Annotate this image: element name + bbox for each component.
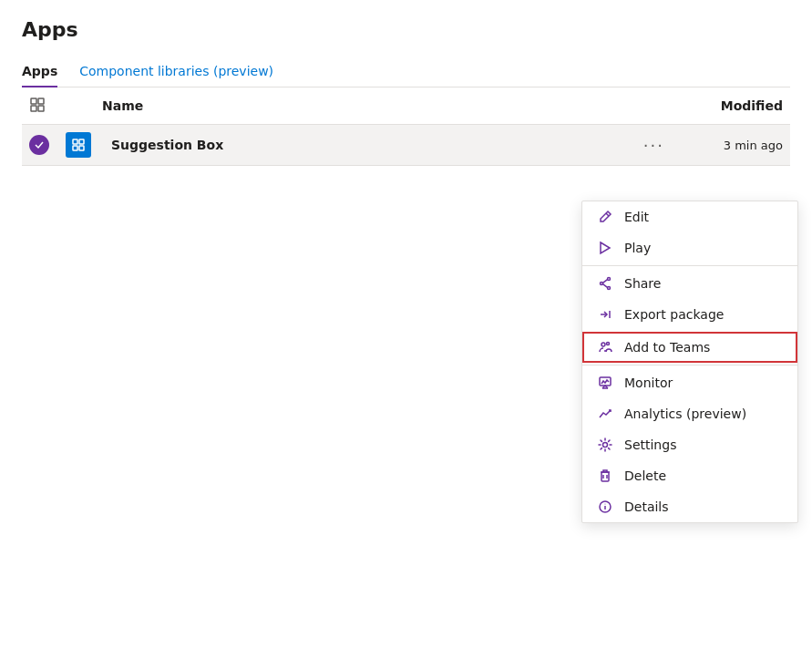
svg-point-15 (601, 343, 605, 346)
menu-item-settings[interactable]: Settings (582, 429, 797, 460)
svg-point-26 (605, 504, 606, 505)
export-icon (597, 306, 613, 323)
check-circle (29, 135, 49, 155)
svg-point-20 (603, 443, 608, 448)
tab-component-libraries[interactable]: Component libraries (preview) (79, 57, 273, 87)
menu-monitor-label: Monitor (624, 376, 673, 390)
app-icon-box (66, 132, 91, 158)
menu-add-to-teams-label: Add to Teams (624, 340, 710, 355)
svg-rect-7 (79, 146, 84, 150)
table-header: Name Modified (22, 87, 790, 125)
menu-play-label: Play (624, 241, 651, 255)
svg-point-9 (608, 278, 611, 281)
menu-item-details[interactable]: Details (582, 491, 797, 522)
menu-item-export[interactable]: Export package (582, 299, 797, 330)
tabs-bar: Apps Component libraries (preview) (22, 56, 790, 87)
menu-item-monitor[interactable]: Monitor (582, 367, 797, 398)
svg-rect-6 (73, 146, 77, 150)
context-menu: Edit Play Share (581, 201, 798, 523)
svg-rect-1 (38, 98, 44, 104)
header-name-col: Name (102, 98, 619, 113)
svg-line-13 (603, 284, 608, 288)
menu-export-label: Export package (624, 307, 724, 322)
menu-item-delete[interactable]: Delete (582, 460, 797, 491)
details-icon (597, 499, 613, 515)
svg-point-11 (601, 283, 603, 285)
svg-rect-2 (31, 106, 36, 111)
svg-rect-5 (79, 139, 84, 144)
analytics-icon (597, 406, 613, 422)
row-checkbox[interactable] (29, 135, 66, 155)
menu-settings-label: Settings (624, 437, 676, 452)
share-icon (597, 275, 613, 292)
svg-point-10 (608, 287, 611, 290)
header-modified-col: Modified (619, 98, 783, 113)
grid-icon (29, 97, 46, 113)
monitor-icon (597, 375, 613, 391)
delete-icon (597, 468, 613, 484)
header-checkbox-col (29, 97, 66, 115)
apps-table: Name Modified (22, 87, 790, 166)
page-title: Apps (22, 18, 790, 41)
svg-rect-4 (73, 139, 77, 144)
menu-share-label: Share (624, 276, 661, 291)
tab-apps[interactable]: Apps (22, 57, 57, 87)
modified-time: 3 min ago (673, 139, 783, 152)
menu-item-play[interactable]: Play (582, 232, 797, 263)
svg-line-12 (603, 280, 608, 283)
context-menu-trigger[interactable]: ··· (634, 136, 673, 155)
svg-rect-3 (38, 106, 44, 111)
teams-icon (597, 339, 613, 355)
settings-icon (597, 437, 613, 453)
menu-item-analytics[interactable]: Analytics (preview) (582, 398, 797, 429)
menu-delete-label: Delete (624, 468, 666, 483)
svg-rect-0 (31, 98, 36, 104)
menu-item-share[interactable]: Share (582, 268, 797, 299)
app-name: Suggestion Box (102, 138, 634, 152)
app-icon (66, 132, 102, 158)
menu-details-label: Details (624, 499, 669, 514)
menu-item-edit[interactable]: Edit (582, 201, 797, 232)
menu-divider-2 (582, 365, 797, 365)
menu-analytics-label: Analytics (preview) (624, 407, 746, 421)
play-icon (597, 240, 613, 256)
svg-point-16 (607, 343, 610, 345)
table-row[interactable]: Suggestion Box ··· 3 min ago (22, 125, 790, 166)
svg-marker-8 (601, 242, 610, 253)
menu-edit-label: Edit (624, 210, 649, 224)
svg-rect-21 (601, 472, 609, 481)
edit-icon (597, 209, 613, 225)
menu-divider-1 (582, 265, 797, 266)
menu-item-add-to-teams[interactable]: Add to Teams (582, 332, 797, 363)
